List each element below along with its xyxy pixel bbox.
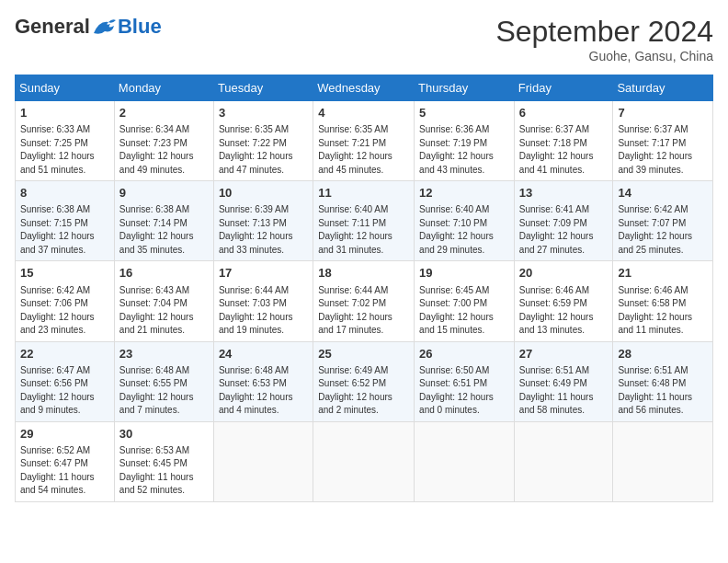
day-number: 23 (119, 346, 209, 362)
calendar-day: 8Sunrise: 6:38 AM Sunset: 7:15 PM Daylig… (16, 181, 115, 261)
calendar-day: 24Sunrise: 6:48 AM Sunset: 6:53 PM Dayli… (213, 341, 313, 421)
day-number: 28 (618, 346, 708, 362)
day-number: 22 (20, 346, 109, 362)
calendar-day (213, 421, 313, 501)
day-number: 15 (20, 265, 109, 282)
day-number: 21 (618, 265, 708, 282)
day-info: Sunrise: 6:42 AM Sunset: 7:07 PM Dayligh… (618, 203, 708, 257)
calendar-day: 3Sunrise: 6:35 AM Sunset: 7:22 PM Daylig… (213, 101, 313, 181)
calendar-header-thursday: Thursday (415, 75, 515, 101)
day-number: 16 (119, 265, 209, 282)
calendar-day: 29Sunrise: 6:52 AM Sunset: 6:47 PM Dayli… (16, 421, 115, 501)
calendar-day: 5Sunrise: 6:36 AM Sunset: 7:19 PM Daylig… (415, 101, 515, 181)
day-number: 24 (219, 346, 308, 362)
day-info: Sunrise: 6:51 AM Sunset: 6:48 PM Dayligh… (618, 364, 708, 418)
day-info: Sunrise: 6:44 AM Sunset: 7:02 PM Dayligh… (318, 284, 409, 338)
calendar-header-saturday: Saturday (613, 75, 713, 101)
day-info: Sunrise: 6:34 AM Sunset: 7:23 PM Dayligh… (119, 123, 209, 177)
calendar-day: 20Sunrise: 6:46 AM Sunset: 6:59 PM Dayli… (514, 261, 613, 341)
calendar-day (613, 421, 713, 501)
day-info: Sunrise: 6:48 AM Sunset: 6:53 PM Dayligh… (219, 364, 308, 418)
calendar-header-friday: Friday (514, 75, 613, 101)
calendar-day: 10Sunrise: 6:39 AM Sunset: 7:13 PM Dayli… (213, 181, 313, 261)
calendar-day: 30Sunrise: 6:53 AM Sunset: 6:45 PM Dayli… (114, 421, 213, 501)
calendar-day: 6Sunrise: 6:37 AM Sunset: 7:18 PM Daylig… (514, 101, 613, 181)
calendar-day: 12Sunrise: 6:40 AM Sunset: 7:10 PM Dayli… (415, 181, 515, 261)
day-info: Sunrise: 6:33 AM Sunset: 7:25 PM Dayligh… (20, 123, 109, 177)
day-number: 18 (318, 265, 409, 282)
day-number: 6 (519, 105, 609, 121)
day-number: 12 (419, 185, 509, 201)
calendar-day: 14Sunrise: 6:42 AM Sunset: 7:07 PM Dayli… (613, 181, 713, 261)
calendar-day: 21Sunrise: 6:46 AM Sunset: 6:58 PM Dayli… (613, 261, 713, 341)
calendar-day: 25Sunrise: 6:49 AM Sunset: 6:52 PM Dayli… (313, 341, 415, 421)
day-info: Sunrise: 6:40 AM Sunset: 7:11 PM Dayligh… (318, 203, 409, 257)
day-info: Sunrise: 6:45 AM Sunset: 7:00 PM Dayligh… (419, 284, 509, 338)
day-number: 25 (318, 346, 409, 362)
calendar-day (514, 421, 613, 501)
day-info: Sunrise: 6:35 AM Sunset: 7:21 PM Dayligh… (318, 123, 409, 177)
location-text: Guohe, Gansu, China (495, 49, 713, 63)
day-info: Sunrise: 6:40 AM Sunset: 7:10 PM Dayligh… (419, 203, 509, 257)
calendar-day: 2Sunrise: 6:34 AM Sunset: 7:23 PM Daylig… (114, 101, 213, 181)
day-number: 26 (419, 346, 509, 362)
calendar-day: 11Sunrise: 6:40 AM Sunset: 7:11 PM Dayli… (313, 181, 415, 261)
calendar-week-2: 8Sunrise: 6:38 AM Sunset: 7:15 PM Daylig… (16, 181, 713, 261)
day-info: Sunrise: 6:37 AM Sunset: 7:17 PM Dayligh… (618, 123, 708, 177)
day-info: Sunrise: 6:42 AM Sunset: 7:06 PM Dayligh… (20, 284, 109, 338)
day-info: Sunrise: 6:36 AM Sunset: 7:19 PM Dayligh… (419, 123, 509, 177)
calendar-day: 26Sunrise: 6:50 AM Sunset: 6:51 PM Dayli… (415, 341, 515, 421)
logo-bird-icon (92, 17, 118, 37)
day-info: Sunrise: 6:38 AM Sunset: 7:15 PM Dayligh… (20, 203, 109, 257)
day-info: Sunrise: 6:35 AM Sunset: 7:22 PM Dayligh… (219, 123, 308, 177)
calendar-day: 22Sunrise: 6:47 AM Sunset: 6:56 PM Dayli… (16, 341, 115, 421)
calendar-day (415, 421, 515, 501)
calendar-day: 9Sunrise: 6:38 AM Sunset: 7:14 PM Daylig… (114, 181, 213, 261)
day-number: 14 (618, 185, 708, 201)
day-number: 10 (219, 185, 308, 201)
day-number: 20 (519, 265, 609, 282)
day-number: 27 (519, 346, 609, 362)
calendar-table: SundayMondayTuesdayWednesdayThursdayFrid… (15, 75, 713, 502)
calendar-week-3: 15Sunrise: 6:42 AM Sunset: 7:06 PM Dayli… (16, 261, 713, 341)
day-info: Sunrise: 6:41 AM Sunset: 7:09 PM Dayligh… (519, 203, 609, 257)
day-info: Sunrise: 6:48 AM Sunset: 6:55 PM Dayligh… (119, 364, 209, 418)
calendar-day: 18Sunrise: 6:44 AM Sunset: 7:02 PM Dayli… (313, 261, 415, 341)
calendar-day: 13Sunrise: 6:41 AM Sunset: 7:09 PM Dayli… (514, 181, 613, 261)
calendar-day: 15Sunrise: 6:42 AM Sunset: 7:06 PM Dayli… (16, 261, 115, 341)
day-info: Sunrise: 6:53 AM Sunset: 6:45 PM Dayligh… (119, 444, 209, 498)
calendar-day: 19Sunrise: 6:45 AM Sunset: 7:00 PM Dayli… (415, 261, 515, 341)
day-number: 7 (618, 105, 708, 121)
day-number: 4 (318, 105, 409, 121)
day-info: Sunrise: 6:52 AM Sunset: 6:47 PM Dayligh… (20, 444, 109, 498)
calendar-header-row: SundayMondayTuesdayWednesdayThursdayFrid… (16, 75, 713, 101)
calendar-day: 17Sunrise: 6:44 AM Sunset: 7:03 PM Dayli… (213, 261, 313, 341)
calendar-week-5: 29Sunrise: 6:52 AM Sunset: 6:47 PM Dayli… (16, 421, 713, 501)
calendar-day: 28Sunrise: 6:51 AM Sunset: 6:48 PM Dayli… (613, 341, 713, 421)
day-info: Sunrise: 6:44 AM Sunset: 7:03 PM Dayligh… (219, 284, 308, 338)
page-header: General Blue September 2024 Guohe, Gansu… (15, 15, 713, 63)
day-info: Sunrise: 6:51 AM Sunset: 6:49 PM Dayligh… (519, 364, 609, 418)
calendar-header-wednesday: Wednesday (313, 75, 415, 101)
day-info: Sunrise: 6:50 AM Sunset: 6:51 PM Dayligh… (419, 364, 509, 418)
calendar-header-tuesday: Tuesday (213, 75, 313, 101)
calendar-week-4: 22Sunrise: 6:47 AM Sunset: 6:56 PM Dayli… (16, 341, 713, 421)
day-info: Sunrise: 6:49 AM Sunset: 6:52 PM Dayligh… (318, 364, 409, 418)
calendar-header-sunday: Sunday (16, 75, 115, 101)
day-info: Sunrise: 6:37 AM Sunset: 7:18 PM Dayligh… (519, 123, 609, 177)
day-info: Sunrise: 6:46 AM Sunset: 6:58 PM Dayligh… (618, 284, 708, 338)
day-number: 30 (119, 426, 209, 442)
calendar-header-monday: Monday (114, 75, 213, 101)
logo: General Blue (15, 15, 162, 39)
day-number: 13 (519, 185, 609, 201)
calendar-week-1: 1Sunrise: 6:33 AM Sunset: 7:25 PM Daylig… (16, 101, 713, 181)
day-number: 3 (219, 105, 308, 121)
day-number: 17 (219, 265, 308, 282)
calendar-day: 4Sunrise: 6:35 AM Sunset: 7:21 PM Daylig… (313, 101, 415, 181)
calendar-day (313, 421, 415, 501)
title-block: September 2024 Guohe, Gansu, China (495, 15, 713, 63)
day-info: Sunrise: 6:43 AM Sunset: 7:04 PM Dayligh… (119, 284, 209, 338)
day-info: Sunrise: 6:46 AM Sunset: 6:59 PM Dayligh… (519, 284, 609, 338)
day-number: 5 (419, 105, 509, 121)
day-number: 11 (318, 185, 409, 201)
